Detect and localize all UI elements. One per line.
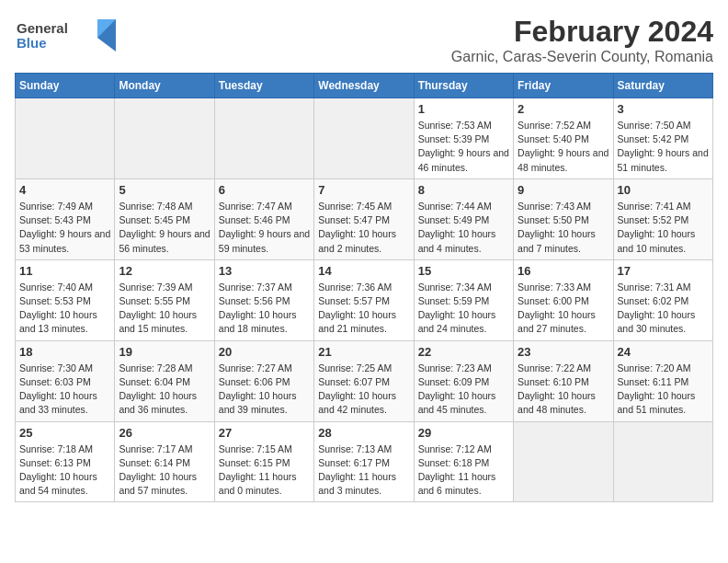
logo-svg: General Blue [15, 15, 116, 55]
calendar-cell: 5Sunrise: 7:48 AMSunset: 5:45 PMDaylight… [115, 178, 214, 259]
day-info: Sunrise: 7:53 AMSunset: 5:39 PMDaylight:… [418, 119, 509, 175]
calendar-cell: 11Sunrise: 7:40 AMSunset: 5:53 PMDayligh… [16, 259, 115, 340]
day-number: 1 [418, 102, 509, 116]
day-info: Sunrise: 7:49 AMSunset: 5:43 PMDaylight:… [19, 200, 110, 256]
day-info: Sunrise: 7:31 AMSunset: 6:02 PMDaylight:… [618, 281, 709, 337]
calendar-cell [214, 98, 313, 179]
day-number: 14 [318, 264, 409, 278]
header-thursday: Thursday [414, 74, 513, 98]
calendar-week-5: 25Sunrise: 7:18 AMSunset: 6:13 PMDayligh… [16, 421, 713, 502]
logo: General Blue [15, 15, 116, 59]
day-number: 28 [318, 426, 409, 440]
day-number: 9 [518, 183, 609, 197]
day-info: Sunrise: 7:17 AMSunset: 6:14 PMDaylight:… [119, 442, 210, 499]
calendar-cell: 28Sunrise: 7:13 AMSunset: 6:17 PMDayligh… [314, 421, 414, 502]
calendar-table: Sunday Monday Tuesday Wednesday Thursday… [15, 73, 713, 502]
day-number: 16 [518, 264, 609, 278]
day-number: 11 [19, 264, 110, 278]
logo-wordmark: General Blue [15, 15, 116, 59]
day-info: Sunrise: 7:27 AMSunset: 6:06 PMDaylight:… [219, 362, 310, 418]
calendar-cell: 14Sunrise: 7:36 AMSunset: 5:57 PMDayligh… [314, 259, 414, 340]
svg-text:General: General [17, 20, 68, 36]
calendar-cell: 24Sunrise: 7:20 AMSunset: 6:11 PMDayligh… [613, 340, 712, 421]
calendar-cell [314, 98, 414, 179]
calendar-cell: 6Sunrise: 7:47 AMSunset: 5:46 PMDaylight… [214, 178, 313, 259]
calendar-cell: 7Sunrise: 7:45 AMSunset: 5:47 PMDaylight… [314, 178, 414, 259]
calendar-cell: 22Sunrise: 7:23 AMSunset: 6:09 PMDayligh… [414, 340, 513, 421]
calendar-cell [16, 98, 115, 179]
day-info: Sunrise: 7:12 AMSunset: 6:18 PMDaylight:… [418, 442, 509, 499]
day-info: Sunrise: 7:40 AMSunset: 5:53 PMDaylight:… [19, 281, 110, 337]
title-area: February 2024 Garnic, Caras-Severin Coun… [451, 15, 713, 65]
header-wednesday: Wednesday [314, 74, 414, 98]
calendar-cell: 9Sunrise: 7:43 AMSunset: 5:50 PMDaylight… [514, 178, 613, 259]
day-number: 2 [518, 102, 609, 116]
day-info: Sunrise: 7:44 AMSunset: 5:49 PMDaylight:… [418, 200, 509, 256]
calendar-cell: 16Sunrise: 7:33 AMSunset: 6:00 PMDayligh… [514, 259, 613, 340]
calendar-cell: 1Sunrise: 7:53 AMSunset: 5:39 PMDaylight… [414, 98, 513, 179]
day-number: 20 [219, 345, 310, 359]
day-number: 26 [119, 426, 210, 440]
day-info: Sunrise: 7:34 AMSunset: 5:59 PMDaylight:… [418, 281, 509, 337]
day-number: 7 [318, 183, 409, 197]
day-number: 23 [518, 345, 609, 359]
calendar-cell: 21Sunrise: 7:25 AMSunset: 6:07 PMDayligh… [314, 340, 414, 421]
day-info: Sunrise: 7:28 AMSunset: 6:04 PMDaylight:… [119, 362, 210, 418]
day-number: 4 [19, 183, 110, 197]
header-tuesday: Tuesday [214, 74, 313, 98]
calendar-cell: 18Sunrise: 7:30 AMSunset: 6:03 PMDayligh… [16, 340, 115, 421]
page-header: General Blue February 2024 Garnic, Caras… [15, 15, 713, 65]
header-saturday: Saturday [613, 74, 712, 98]
calendar-cell: 19Sunrise: 7:28 AMSunset: 6:04 PMDayligh… [115, 340, 214, 421]
day-info: Sunrise: 7:13 AMSunset: 6:17 PMDaylight:… [318, 442, 409, 499]
day-number: 17 [618, 264, 709, 278]
day-number: 25 [19, 426, 110, 440]
day-info: Sunrise: 7:47 AMSunset: 5:46 PMDaylight:… [219, 200, 310, 256]
calendar-subtitle: Garnic, Caras-Severin County, Romania [451, 49, 713, 65]
day-number: 3 [618, 102, 709, 116]
day-number: 29 [418, 426, 509, 440]
calendar-cell: 4Sunrise: 7:49 AMSunset: 5:43 PMDaylight… [16, 178, 115, 259]
header-friday: Friday [514, 74, 613, 98]
day-number: 13 [219, 264, 310, 278]
day-number: 15 [418, 264, 509, 278]
day-info: Sunrise: 7:37 AMSunset: 5:56 PMDaylight:… [219, 281, 310, 337]
day-info: Sunrise: 7:50 AMSunset: 5:42 PMDaylight:… [618, 119, 709, 175]
day-info: Sunrise: 7:33 AMSunset: 6:00 PMDaylight:… [518, 281, 609, 337]
calendar-week-4: 18Sunrise: 7:30 AMSunset: 6:03 PMDayligh… [16, 340, 713, 421]
calendar-cell [115, 98, 214, 179]
calendar-cell: 25Sunrise: 7:18 AMSunset: 6:13 PMDayligh… [16, 421, 115, 502]
calendar-body: 1Sunrise: 7:53 AMSunset: 5:39 PMDaylight… [16, 98, 713, 502]
calendar-cell: 15Sunrise: 7:34 AMSunset: 5:59 PMDayligh… [414, 259, 513, 340]
day-info: Sunrise: 7:23 AMSunset: 6:09 PMDaylight:… [418, 362, 509, 418]
day-info: Sunrise: 7:41 AMSunset: 5:52 PMDaylight:… [618, 200, 709, 256]
calendar-week-3: 11Sunrise: 7:40 AMSunset: 5:53 PMDayligh… [16, 259, 713, 340]
header-monday: Monday [115, 74, 214, 98]
day-info: Sunrise: 7:43 AMSunset: 5:50 PMDaylight:… [518, 200, 609, 256]
calendar-cell: 20Sunrise: 7:27 AMSunset: 6:06 PMDayligh… [214, 340, 313, 421]
day-info: Sunrise: 7:39 AMSunset: 5:55 PMDaylight:… [119, 281, 210, 337]
calendar-cell: 8Sunrise: 7:44 AMSunset: 5:49 PMDaylight… [414, 178, 513, 259]
day-info: Sunrise: 7:15 AMSunset: 6:15 PMDaylight:… [219, 442, 310, 499]
day-number: 19 [119, 345, 210, 359]
calendar-cell: 3Sunrise: 7:50 AMSunset: 5:42 PMDaylight… [613, 98, 712, 179]
calendar-title: February 2024 [451, 15, 713, 49]
calendar-cell: 2Sunrise: 7:52 AMSunset: 5:40 PMDaylight… [514, 98, 613, 179]
day-info: Sunrise: 7:45 AMSunset: 5:47 PMDaylight:… [318, 200, 409, 256]
day-number: 5 [119, 183, 210, 197]
calendar-cell [613, 421, 712, 502]
day-info: Sunrise: 7:48 AMSunset: 5:45 PMDaylight:… [119, 200, 210, 256]
day-number: 12 [119, 264, 210, 278]
calendar-cell: 12Sunrise: 7:39 AMSunset: 5:55 PMDayligh… [115, 259, 214, 340]
header-sunday: Sunday [16, 74, 115, 98]
day-number: 24 [618, 345, 709, 359]
day-number: 21 [318, 345, 409, 359]
day-info: Sunrise: 7:52 AMSunset: 5:40 PMDaylight:… [518, 119, 609, 175]
weekday-header-row: Sunday Monday Tuesday Wednesday Thursday… [16, 74, 713, 98]
day-number: 6 [219, 183, 310, 197]
calendar-cell: 29Sunrise: 7:12 AMSunset: 6:18 PMDayligh… [414, 421, 513, 502]
day-info: Sunrise: 7:30 AMSunset: 6:03 PMDaylight:… [19, 362, 110, 418]
calendar-cell: 13Sunrise: 7:37 AMSunset: 5:56 PMDayligh… [214, 259, 313, 340]
calendar-cell: 10Sunrise: 7:41 AMSunset: 5:52 PMDayligh… [613, 178, 712, 259]
day-number: 27 [219, 426, 310, 440]
